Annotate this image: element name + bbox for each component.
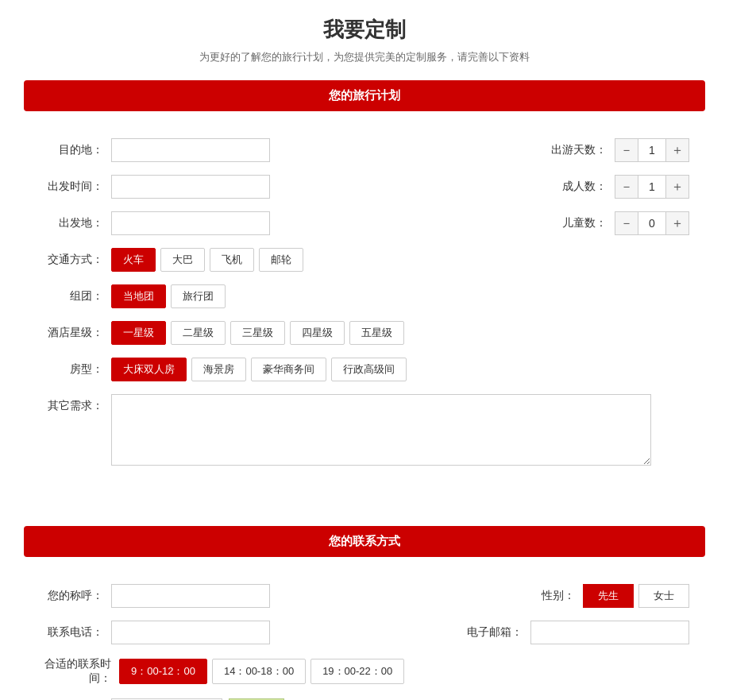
contact-time-tag-0[interactable]: 9：00-12：00 (119, 659, 207, 684)
transport-tag-1[interactable]: 大巴 (160, 248, 205, 272)
days-plus-btn[interactable]: ＋ (666, 139, 688, 161)
row-hotel: 酒店星级： 一星级 二星级 三星级 四星级 五星级 (40, 321, 689, 345)
row-group: 组团： 当地团 旅行团 (40, 284, 689, 308)
children-stepper: － 0 ＋ (615, 211, 689, 235)
hotel-tag-0[interactable]: 一星级 (111, 321, 166, 345)
transport-label: 交通方式： (40, 253, 103, 267)
children-label: 儿童数： (543, 216, 607, 230)
adults-plus-btn[interactable]: ＋ (666, 176, 688, 198)
travel-plan-header: 您的旅行计划 (24, 80, 705, 111)
children-group: 儿童数： － 0 ＋ (543, 211, 689, 235)
row-departtime-adults: 出发时间： 成人数： － 1 ＋ (40, 175, 689, 199)
gender-group: 性别： 先生 女士 (511, 584, 689, 608)
email-group: 电子邮箱： (459, 621, 689, 644)
gender-buttons: 先生 女士 (583, 584, 689, 608)
days-stepper: － 1 ＋ (615, 138, 689, 162)
adults-value: 1 (638, 176, 666, 198)
room-tag-1[interactable]: 海景房 (191, 358, 246, 381)
page-title: 我要定制 (24, 16, 705, 44)
adults-label: 成人数： (543, 180, 607, 194)
transport-tag-2[interactable]: 飞机 (210, 248, 254, 272)
hotel-tag-1[interactable]: 二星级 (171, 321, 226, 345)
name-input[interactable] (111, 584, 270, 608)
children-plus-btn[interactable]: ＋ (666, 212, 688, 234)
days-value: 1 (638, 139, 666, 161)
days-label: 出游天数： (543, 143, 607, 157)
adults-stepper: － 1 ＋ (615, 175, 689, 199)
destination-label: 目的地： (40, 143, 103, 157)
row-destination-days: 目的地： 出游天数： － 1 ＋ (40, 138, 689, 162)
row-transport: 交通方式： 火车 大巴 飞机 邮轮 (40, 248, 689, 272)
gender-female-btn[interactable]: 女士 (638, 584, 689, 608)
depart-place-label: 出发地： (40, 216, 103, 230)
days-minus-btn[interactable]: － (615, 139, 638, 161)
name-label: 您的称呼： (40, 589, 103, 603)
contact-time-label: 合适的联系时间： (40, 657, 111, 686)
phone-label: 联系电话： (40, 625, 103, 640)
room-tag-group: 大床双人房 海景房 豪华商务间 行政高级间 (111, 358, 407, 381)
other-label: 其它需求： (40, 394, 103, 413)
adults-minus-btn[interactable]: － (615, 176, 638, 198)
other-textarea[interactable] (111, 394, 651, 466)
children-value: 0 (638, 212, 666, 234)
room-tag-2[interactable]: 豪华商务间 (251, 358, 326, 381)
room-tag-0[interactable]: 大床双人房 (111, 358, 187, 381)
travel-plan-form: 目的地： 出游天数： － 1 ＋ 出发时间： 成人数： － 1 ＋ (24, 130, 705, 494)
room-label: 房型： (40, 362, 103, 377)
row-contact-time: 合适的联系时间： 9：00-12：00 14：00-18：00 19：00-22… (40, 657, 689, 686)
adults-group: 成人数： － 1 ＋ (543, 175, 689, 199)
destination-input[interactable] (111, 138, 270, 162)
depart-place-input[interactable] (111, 211, 270, 235)
email-label: 电子邮箱： (459, 625, 523, 640)
contact-time-group: 9：00-12：00 14：00-18：00 19：00-22：00 (119, 659, 404, 684)
hotel-tag-3[interactable]: 四星级 (290, 321, 345, 345)
hotel-label: 酒店星级： (40, 326, 103, 340)
transport-tag-group: 火车 大巴 飞机 邮轮 (111, 248, 303, 272)
group-label: 组团： (40, 289, 103, 304)
days-group: 出游天数： － 1 ＋ (543, 138, 689, 162)
hotel-tag-group: 一星级 二星级 三星级 四星级 五星级 (111, 321, 404, 345)
contact-time-tag-2[interactable]: 19：00-22：00 (310, 659, 404, 684)
row-name-gender: 您的称呼： 性别： 先生 女士 (40, 584, 689, 608)
page-subtitle: 为更好的了解您的旅行计划，为您提供完美的定制服务，请完善以下资料 (24, 50, 705, 64)
row-other: 其它需求： (40, 394, 689, 466)
row-phone-email: 联系电话： 电子邮箱： (40, 621, 689, 644)
transport-tag-0[interactable]: 火车 (111, 248, 156, 272)
room-tag-3[interactable]: 行政高级间 (331, 358, 407, 381)
row-departplace-children: 出发地： 儿童数： － 0 ＋ (40, 211, 689, 235)
hotel-tag-2[interactable]: 三星级 (230, 321, 285, 345)
phone-input[interactable] (111, 621, 270, 644)
row-room: 房型： 大床双人房 海景房 豪华商务间 行政高级间 (40, 358, 689, 381)
contact-header: 您的联系方式 (24, 526, 705, 557)
contact-time-tag-1[interactable]: 14：00-18：00 (212, 659, 306, 684)
contact-form: 您的称呼： 性别： 先生 女士 联系电话： 电子邮箱： 合适的联系时间： (24, 576, 705, 700)
gender-label: 性别： (511, 589, 575, 603)
group-tag-0[interactable]: 当地团 (111, 284, 166, 308)
depart-time-label: 出发时间： (40, 180, 103, 194)
email-input[interactable] (530, 621, 689, 644)
gender-male-btn[interactable]: 先生 (583, 584, 634, 608)
hotel-tag-4[interactable]: 五星级 (349, 321, 404, 345)
transport-tag-3[interactable]: 邮轮 (259, 248, 303, 272)
group-tag-1[interactable]: 旅行团 (171, 284, 226, 308)
children-minus-btn[interactable]: － (615, 212, 638, 234)
depart-time-input[interactable] (111, 175, 270, 199)
group-tag-group: 当地团 旅行团 (111, 284, 226, 308)
